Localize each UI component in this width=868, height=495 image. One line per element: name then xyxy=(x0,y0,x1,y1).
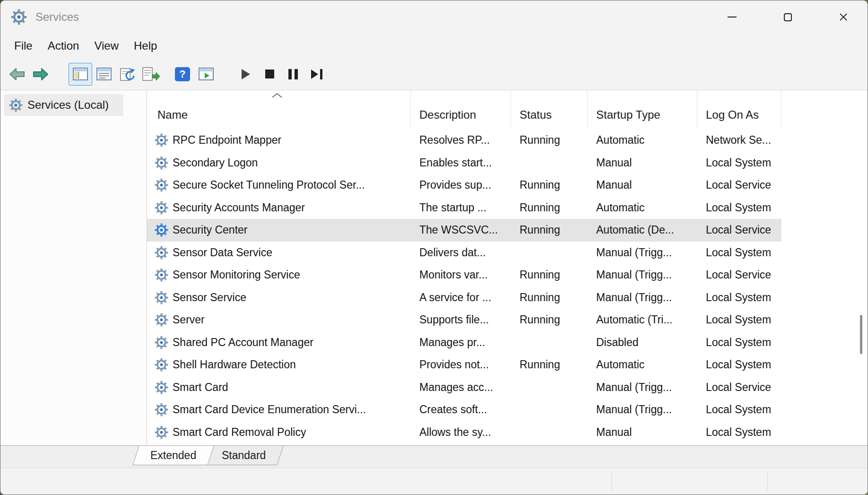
service-log-on-as: Local Service xyxy=(697,269,781,281)
service-row[interactable]: Sensor Service A service for ... Running… xyxy=(147,287,781,309)
back-button[interactable] xyxy=(5,63,29,86)
service-row[interactable]: Smart Card Device Enumeration Servi... C… xyxy=(147,399,781,421)
service-log-on-as: Local System xyxy=(697,156,781,169)
service-name: Sensor Monitoring Service xyxy=(173,269,300,281)
toolbar xyxy=(0,58,868,90)
service-name: RPC Endpoint Mapper xyxy=(173,134,281,147)
action-pane-icon xyxy=(199,68,214,80)
vertical-scrollbar-thumb[interactable] xyxy=(860,315,862,354)
show-action-pane-button[interactable] xyxy=(194,63,218,86)
service-log-on-as: Local System xyxy=(697,201,781,214)
service-row[interactable]: Sensor Data Service Delivers dat... Manu… xyxy=(147,242,781,264)
close-icon xyxy=(839,12,848,22)
forward-button[interactable] xyxy=(29,63,52,86)
menu-file[interactable]: File xyxy=(7,36,40,55)
close-button[interactable] xyxy=(827,5,860,29)
service-name: Security Accounts Manager xyxy=(173,201,305,214)
help-button[interactable] xyxy=(171,63,194,86)
service-log-on-as: Local Service xyxy=(697,381,781,394)
service-row[interactable]: Server Supports file... Running Automati… xyxy=(147,309,781,331)
menu-help[interactable]: Help xyxy=(126,36,165,55)
minimize-button[interactable] xyxy=(715,5,748,29)
service-name: Smart Card Removal Policy xyxy=(173,426,306,439)
service-startup-type: Automatic xyxy=(588,134,697,147)
service-row[interactable]: RPC Endpoint Mapper Resolves RP... Runni… xyxy=(147,129,781,152)
service-log-on-as: Local Service xyxy=(697,179,781,191)
service-status: Running xyxy=(511,313,588,326)
menu-view[interactable]: View xyxy=(87,36,126,55)
services-window: Services File Action View Help xyxy=(0,0,868,495)
help-icon xyxy=(175,67,190,81)
service-status: Running xyxy=(511,224,588,236)
service-startup-type: Automatic xyxy=(588,358,697,371)
service-startup-type: Manual xyxy=(588,156,697,169)
service-startup-type: Manual xyxy=(588,179,697,191)
status-bar xyxy=(0,468,868,495)
service-description: Provides sup... xyxy=(411,179,511,191)
service-row[interactable]: Sensor Monitoring Service Monitors var..… xyxy=(147,264,781,287)
service-log-on-as: Local Service xyxy=(697,224,781,236)
menu-action[interactable]: Action xyxy=(40,36,87,55)
tree-item-label: Services (Local) xyxy=(27,98,109,112)
service-row[interactable]: Security Accounts Manager The startup ..… xyxy=(147,197,781,219)
service-log-on-as: Local System xyxy=(697,246,781,259)
service-gear-icon xyxy=(155,178,168,192)
service-startup-type: Disabled xyxy=(588,336,697,349)
service-row[interactable]: Secondary Logon Enables start... Manual … xyxy=(147,152,781,174)
service-gear-icon xyxy=(155,358,168,372)
service-status: Running xyxy=(511,269,588,281)
view-tabs: Extended Standard xyxy=(0,446,868,468)
service-row[interactable]: Security Center The WSCSVC... Running Au… xyxy=(147,219,781,242)
service-row[interactable]: Secure Socket Tunneling Protocol Ser... … xyxy=(147,174,781,197)
service-row[interactable]: Smart Card Manages acc... Manual (Trigg.… xyxy=(147,376,781,399)
titlebar[interactable]: Services xyxy=(0,0,868,34)
service-gear-icon xyxy=(155,268,168,282)
services-gear-icon xyxy=(9,98,23,112)
service-startup-type: Manual (Trigg... xyxy=(588,291,697,304)
service-startup-type: Manual xyxy=(588,426,697,439)
service-description: Manages pr... xyxy=(411,336,511,349)
properties-icon xyxy=(96,68,112,80)
refresh-button[interactable] xyxy=(116,63,139,86)
window-title: Services xyxy=(35,10,79,24)
start-service-button[interactable] xyxy=(234,63,258,86)
service-row[interactable]: Shared PC Account Manager Manages pr... … xyxy=(147,331,781,354)
stop-service-button[interactable] xyxy=(258,63,281,86)
service-startup-type: Automatic (Tri... xyxy=(588,313,697,326)
column-header-name[interactable]: Name xyxy=(147,90,411,129)
service-startup-type: Manual (Trigg... xyxy=(588,269,697,281)
tree-item-services-local[interactable]: Services (Local) xyxy=(4,94,123,116)
column-header-description[interactable]: Description xyxy=(411,90,511,129)
pause-service-button[interactable] xyxy=(281,63,305,86)
restart-service-button[interactable] xyxy=(305,63,329,86)
list-header: Name Description Status Startup Type Log… xyxy=(147,90,868,129)
service-gear-icon xyxy=(155,291,168,304)
maximize-button[interactable] xyxy=(771,5,804,29)
service-gear-icon xyxy=(155,246,168,260)
service-name: Shell Hardware Detection xyxy=(173,358,296,371)
service-name: Sensor Service xyxy=(173,291,246,304)
service-description: A service for ... xyxy=(411,291,511,304)
service-gear-icon xyxy=(155,133,168,147)
service-name: Secondary Logon xyxy=(173,156,258,169)
service-startup-type: Automatic (De... xyxy=(588,224,697,236)
service-row[interactable]: Smart Card Removal Policy Allows the sy.… xyxy=(147,421,781,444)
arrow-right-icon xyxy=(32,67,49,81)
export-list-icon xyxy=(142,67,160,81)
services-app-icon xyxy=(11,9,27,25)
service-row[interactable]: Shell Hardware Detection Provides not...… xyxy=(147,354,781,376)
tab-standard[interactable]: Standard xyxy=(204,446,284,465)
column-header-log-on-as[interactable]: Log On As xyxy=(697,90,781,129)
service-status: Running xyxy=(511,134,588,147)
show-console-tree-button[interactable] xyxy=(69,63,92,86)
column-header-startup-type[interactable]: Startup Type xyxy=(588,90,697,129)
service-log-on-as: Local System xyxy=(697,403,781,416)
export-list-button[interactable] xyxy=(139,63,163,86)
services-list: RPC Endpoint Mapper Resolves RP... Runni… xyxy=(147,129,781,443)
column-header-status[interactable]: Status xyxy=(511,90,588,129)
properties-button[interactable] xyxy=(92,63,116,86)
tab-extended[interactable]: Extended xyxy=(132,446,214,465)
service-gear-icon xyxy=(155,156,168,170)
service-name: Server xyxy=(173,313,205,326)
console-tree-icon xyxy=(73,68,88,80)
